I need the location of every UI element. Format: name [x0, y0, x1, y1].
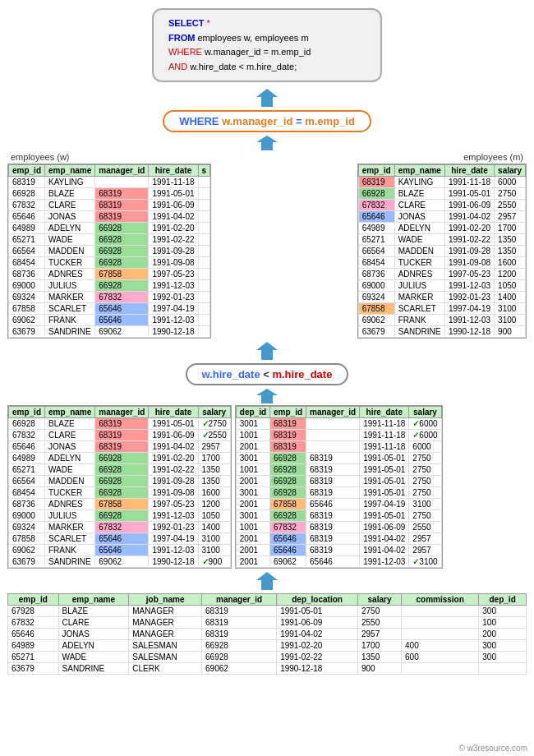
cell-empname: CLARE — [394, 200, 444, 211]
cell-salary: 1350 — [495, 234, 526, 246]
table-row: 63679 SANDRINE 69062 1990-12-18 — [9, 326, 210, 338]
cell-empid: 66928 — [270, 510, 306, 522]
cell-depid: 1001 — [236, 522, 269, 533]
cell-salary: 1050 — [495, 280, 526, 292]
rcell-deploc: 1991-02-20 — [277, 640, 358, 652]
cell-salary: 2957 — [409, 533, 441, 545]
rcell-empid: 65271 — [8, 652, 59, 663]
watermark: © w3resource.com — [458, 744, 527, 753]
sql-and-clause: w.hire_date < m.hire_date; — [190, 62, 297, 71]
cell-salary: 1600 — [198, 487, 230, 499]
rcell-empname: WADE — [58, 652, 129, 663]
rcell-empname: BLAZE — [58, 606, 129, 617]
cell-empid: 66928 — [9, 188, 45, 200]
cell-empid: 68319 — [270, 441, 306, 453]
sql-where-clause: w.manager_id = m.emp_id — [205, 47, 311, 57]
cell-salary: 2750 — [409, 464, 441, 476]
right-table: emp_id emp_name hire_date salary 68319 K… — [357, 164, 527, 339]
hire-w: w.hire_date — [202, 368, 260, 380]
cell-s — [198, 292, 210, 303]
table-row: 68454 TUCKER 66928 1991-09-08 1600 — [9, 487, 231, 499]
cell-s — [198, 315, 210, 326]
table-row: 66564 MADDEN 66928 1991-09-28 — [9, 246, 210, 257]
cell-hiredate: 1991-11-18 — [360, 418, 409, 430]
cell-empname: MARKER — [45, 292, 95, 303]
where-eq: = — [292, 115, 305, 127]
cell-salary: 3100 — [198, 533, 230, 545]
left-table: emp_id emp_name manager_id hire_date s 6… — [7, 164, 211, 339]
cell-empname: ADELYN — [394, 223, 444, 234]
cell-hiredate: 1991-06-09 — [444, 200, 494, 211]
cell-s — [198, 269, 210, 280]
cell-mgrid: 67858 — [95, 499, 149, 510]
cell-salary: 2750 — [409, 487, 441, 499]
cell-empname: JONAS — [394, 211, 444, 223]
cell-s — [198, 257, 210, 269]
rcell-empid: 67928 — [8, 606, 59, 617]
cell-empname: MARKER — [394, 292, 444, 303]
table-row: 68736 ADNRES 67858 1997-05-23 — [9, 269, 210, 280]
check-icon: ✓ — [412, 431, 419, 440]
cell-hiredate: 1997-05-23 — [149, 269, 198, 280]
cell-empname: SCARLET — [45, 533, 95, 545]
joined-area: emp_id emp_name manager_id hire_date sal… — [4, 405, 530, 569]
cell-mgrid: 68319 — [306, 545, 360, 556]
cell-hiredate: 1991-05-01 — [360, 453, 409, 464]
cell-empid: 69062 — [9, 315, 45, 326]
sql-select: SELECT — [168, 18, 206, 28]
cell-empid: 63679 — [358, 326, 394, 338]
table-row: 69000 JULIUS 66928 1991-12-03 1050 — [9, 510, 231, 522]
table-row: 1001 68319 1991-11-18 ✓6000 — [236, 430, 441, 441]
employees-m-table: emp_id emp_name hire_date salary 68319 K… — [358, 164, 526, 338]
cell-salary: 1700 — [198, 453, 230, 464]
cell-hiredate: 1991-05-01 — [360, 487, 409, 499]
svg-marker-3 — [256, 389, 278, 403]
cell-mgrid: 66928 — [95, 257, 149, 269]
check-icon: ✓ — [202, 419, 209, 428]
table-row: 1001 67832 68319 1991-06-09 2550 — [236, 522, 441, 533]
joined-w-table: emp_id emp_name manager_id hire_date sal… — [8, 406, 231, 568]
rcell-jobname: SALESMAN — [129, 640, 202, 652]
cell-empid: 67858 — [358, 303, 394, 315]
rcell-commission — [402, 663, 479, 675]
cell-s — [198, 200, 210, 211]
rcell-depid — [479, 663, 527, 675]
table-row: 63679 SANDRINE 69062 1990-12-18 ✓900 — [9, 556, 231, 568]
cell-mgrid: 66928 — [95, 246, 149, 257]
check-icon: ✓ — [202, 557, 209, 566]
jcol-salary: salary — [198, 407, 230, 418]
arrow5 — [4, 572, 530, 590]
rcell-commission: 400 — [402, 640, 479, 652]
cell-salary: ✓6000 — [409, 430, 441, 441]
jrcol-depid: dep_id — [236, 407, 269, 418]
cell-salary: ✓6000 — [409, 418, 441, 430]
cell-empid: 66928 — [270, 476, 306, 487]
rcol-depid: dep_id — [479, 594, 527, 606]
cell-hiredate: 1991-05-01 — [360, 476, 409, 487]
cell-empid: 69324 — [358, 292, 394, 303]
rcell-depid: 100 — [479, 617, 527, 629]
cell-empname: SANDRINE — [45, 556, 95, 568]
cell-empid: 69000 — [9, 280, 45, 292]
cell-empid: 66564 — [358, 246, 394, 257]
cell-depid: 2001 — [236, 533, 269, 545]
cell-hiredate: 1990-12-18 — [149, 326, 198, 338]
cell-hiredate: 1991-06-09 — [360, 522, 409, 533]
cell-empid: 68454 — [9, 257, 45, 269]
cell-hiredate: 1991-05-01 — [149, 418, 198, 430]
table-row: 65271 WADE 66928 1991-02-22 — [9, 234, 210, 246]
cell-empid: 68736 — [9, 269, 45, 280]
result-row: 64989 ADELYN SALESMAN 66928 1991-02-20 1… — [8, 640, 527, 652]
cell-empname: SCARLET — [394, 303, 444, 315]
section-labels: employees (w) employees (m) — [4, 152, 530, 162]
table-row: 64989 ADELYN 1991-02-20 1700 — [358, 223, 525, 234]
arrow2 — [4, 136, 530, 150]
check-icon: ✓ — [412, 419, 419, 428]
rcell-commission: 600 — [402, 652, 479, 663]
rcell-mgrid: 66928 — [202, 640, 277, 652]
table-row: 66564 MADDEN 1991-09-28 1350 — [358, 246, 525, 257]
rcell-deploc: 1990-12-18 — [277, 663, 358, 675]
cell-s — [198, 188, 210, 200]
cell-empname: SCARLET — [45, 303, 95, 315]
cell-mgrid: 68319 — [95, 430, 149, 441]
